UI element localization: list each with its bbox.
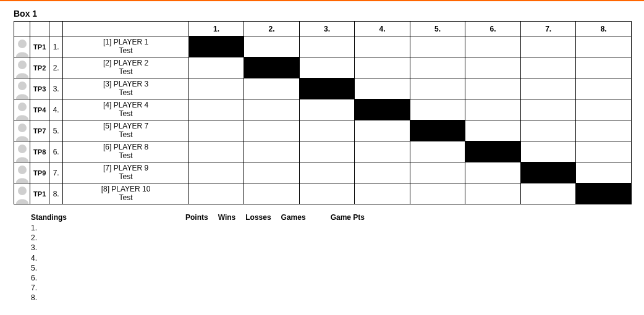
matrix-score-cell (189, 141, 244, 162)
player-row-number: 3. (49, 78, 62, 99)
matrix-score-cell (465, 120, 521, 141)
matrix-score-cell (576, 162, 632, 183)
table-row: TP75.[5] PLAYER 7Test (14, 120, 632, 141)
matrix-diagonal-cell (465, 141, 521, 162)
player-seed: [5] (103, 122, 111, 130)
player-avatar-cell (14, 141, 30, 162)
matrix-score-cell (355, 141, 410, 162)
player-seed: [2] (103, 59, 111, 67)
matrix-score-cell (244, 183, 300, 204)
standings-rank: 5. (31, 263, 185, 273)
col-header: 4. (355, 22, 410, 36)
player-avatar-cell (14, 162, 30, 183)
header-spacer (30, 22, 49, 36)
standings-rank: 1. (31, 223, 185, 233)
player-code: TP1 (30, 183, 49, 204)
header-spacer (14, 22, 30, 36)
player-code: TP1 (30, 36, 49, 57)
svg-point-2 (18, 82, 27, 90)
matrix-score-cell (520, 36, 576, 57)
player-seed: [1] (103, 38, 111, 46)
matrix-table: 1. 2. 3. 4. 5. 6. 7. 8. TP11.[1] PLAYER … (14, 21, 632, 204)
player-club: Test (63, 173, 188, 182)
player-code: TP9 (30, 162, 49, 183)
player-name-cell: [2] PLAYER 2Test (63, 57, 189, 78)
matrix-diagonal-cell (355, 99, 410, 120)
player-club: Test (63, 194, 188, 203)
avatar-icon (15, 38, 30, 57)
matrix-score-cell (299, 162, 355, 183)
player-club: Test (63, 47, 188, 56)
player-seed: [8] (101, 185, 109, 193)
matrix-score-cell (410, 78, 465, 99)
standings-column-header: Games (281, 213, 306, 222)
player-avatar-cell (14, 78, 30, 99)
matrix-score-cell (299, 99, 355, 120)
player-row-number: 5. (49, 120, 62, 141)
matrix-score-cell (465, 99, 521, 120)
svg-point-6 (18, 166, 27, 174)
player-row-number: 8. (49, 183, 62, 204)
matrix-score-cell (465, 78, 521, 99)
player-club: Test (63, 68, 188, 77)
avatar-icon (15, 143, 30, 162)
player-code: TP2 (30, 57, 49, 78)
svg-point-3 (18, 103, 27, 111)
player-avatar-cell (14, 120, 30, 141)
col-header: 5. (410, 22, 465, 36)
matrix-score-cell (465, 183, 521, 204)
matrix-score-cell (244, 36, 300, 57)
player-code: TP7 (30, 120, 49, 141)
matrix-score-cell (410, 141, 465, 162)
matrix-score-cell (410, 99, 465, 120)
standings-rank: 7. (31, 283, 185, 293)
avatar-icon (15, 59, 30, 78)
matrix-score-cell (244, 120, 300, 141)
matrix-diagonal-cell (576, 183, 632, 204)
matrix-score-cell (576, 78, 632, 99)
matrix-score-cell (465, 57, 521, 78)
matrix-score-cell (465, 162, 521, 183)
matrix-score-cell (244, 162, 300, 183)
matrix-header-row: 1. 2. 3. 4. 5. 6. 7. 8. (14, 22, 632, 36)
matrix-score-cell (355, 120, 410, 141)
player-row-number: 2. (49, 57, 62, 78)
matrix-score-cell (410, 183, 465, 204)
table-row: TP86.[6] PLAYER 8Test (14, 141, 632, 162)
player-club: Test (63, 152, 188, 161)
matrix-score-cell (189, 162, 244, 183)
col-header: 8. (576, 22, 632, 36)
col-header: 2. (244, 22, 300, 36)
player-seed: [3] (103, 80, 111, 88)
matrix-score-cell (355, 162, 410, 183)
player-seed: [4] (103, 101, 111, 109)
standings-rank: 3. (31, 243, 185, 253)
player-name-cell: [5] PLAYER 7Test (63, 120, 189, 141)
table-row: TP44.[4] PLAYER 4Test (14, 99, 632, 120)
matrix-score-cell (244, 141, 300, 162)
standings-column-header: Losses (245, 213, 271, 222)
player-name: PLAYER 10 (111, 185, 150, 193)
standings-rank: 4. (31, 253, 185, 263)
matrix-score-cell (299, 57, 355, 78)
matrix-score-cell (576, 99, 632, 120)
player-name-cell: [3] PLAYER 3Test (63, 78, 189, 99)
col-header: 7. (520, 22, 576, 36)
avatar-icon (15, 185, 30, 204)
standings-columns: PointsWinsLossesGamesGame Pts (185, 213, 365, 222)
player-row-number: 1. (49, 36, 62, 57)
col-header: 3. (299, 22, 355, 36)
matrix-diagonal-cell (299, 78, 355, 99)
matrix-score-cell (576, 57, 632, 78)
matrix-score-cell (576, 120, 632, 141)
matrix-score-cell (520, 120, 576, 141)
player-name: PLAYER 7 (114, 122, 148, 130)
avatar-icon (15, 101, 30, 120)
standings-rank-list: 1.2.3.4.5.6.7.8. (31, 223, 185, 303)
player-name-cell: [4] PLAYER 4Test (63, 99, 189, 120)
matrix-score-cell (520, 57, 576, 78)
matrix-score-cell (299, 183, 355, 204)
matrix-score-cell (244, 78, 300, 99)
standings-rank: 8. (31, 293, 185, 303)
player-name: PLAYER 9 (114, 164, 148, 172)
